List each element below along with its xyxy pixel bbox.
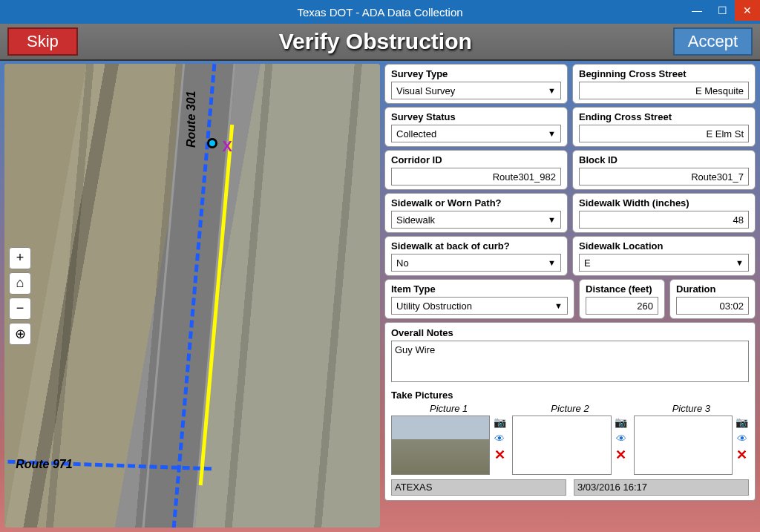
header: Skip Verify Obstruction Accept <box>0 24 760 61</box>
route-label-301: Route 301 <box>185 91 198 147</box>
page-title: Verify Obstruction <box>78 29 673 54</box>
skip-button[interactable]: Skip <box>7 27 78 56</box>
item-type-label: Item Type <box>391 283 568 295</box>
survey-status-select[interactable]: Collected <box>391 125 561 142</box>
status-datetime: 3/03/2016 16:17 <box>574 479 749 496</box>
picture-2-thumbnail[interactable] <box>512 416 611 475</box>
notes-textarea[interactable]: Guy Wire <box>391 341 749 382</box>
duration-input[interactable] <box>676 297 749 315</box>
titlebar: Texas DOT - ADA Data Collection — ☐ ✕ <box>0 0 760 24</box>
survey-type-label: Survey Type <box>391 68 561 79</box>
duration-label: Duration <box>676 283 749 295</box>
pictures-label: Take Pictures <box>391 390 749 401</box>
window-title: Texas DOT - ADA Data Collection <box>297 6 462 19</box>
end-cross-input[interactable] <box>579 125 749 142</box>
close-button[interactable]: ✕ <box>735 0 760 21</box>
sidewalk-path-label: Sidewalk or Worn Path? <box>391 197 561 208</box>
picture-1-thumbnail[interactable] <box>391 416 490 475</box>
zoom-out-button[interactable]: − <box>9 298 31 320</box>
begin-cross-label: Beginning Cross Street <box>579 68 749 79</box>
end-cross-label: Ending Cross Street <box>579 111 749 122</box>
view-icon[interactable]: 👁 <box>615 432 628 445</box>
back-of-curb-select[interactable]: No <box>391 254 561 272</box>
map-view[interactable]: X Route 301 Route 971 + ⌂ − ⊕ <box>4 64 380 528</box>
delete-icon[interactable]: ✕ <box>615 448 628 462</box>
status-user: ATEXAS <box>391 479 566 496</box>
picture-1-label: Picture 1 <box>430 403 468 414</box>
corridor-id-label: Corridor ID <box>391 154 561 165</box>
delete-icon[interactable]: ✕ <box>736 448 749 462</box>
locate-button[interactable]: ⊕ <box>9 323 31 345</box>
obstruction-marker: X <box>222 138 232 155</box>
distance-label: Distance (feet) <box>586 283 658 295</box>
camera-icon[interactable]: 📷 <box>736 416 749 429</box>
corridor-id-input[interactable] <box>391 168 561 185</box>
sidewalk-width-input[interactable] <box>579 211 749 229</box>
distance-input[interactable] <box>586 297 658 315</box>
camera-icon[interactable]: 📷 <box>493 416 506 429</box>
accept-button[interactable]: Accept <box>673 27 753 56</box>
notes-label: Overall Notes <box>391 327 749 338</box>
maximize-button[interactable]: ☐ <box>710 0 735 21</box>
sidewalk-width-label: Sidewalk Width (inches) <box>579 197 749 208</box>
back-of-curb-label: Sidewalk at back of curb? <box>391 240 561 252</box>
item-type-select[interactable]: Utility Obstruction <box>391 297 568 315</box>
picture-2-label: Picture 2 <box>551 403 589 414</box>
sidewalk-loc-select[interactable]: E <box>579 254 749 272</box>
picture-3-label: Picture 3 <box>672 403 710 414</box>
form-panel: Survey TypeVisual Survey Beginning Cross… <box>384 64 756 528</box>
view-icon[interactable]: 👁 <box>493 432 506 445</box>
picture-3-thumbnail[interactable] <box>634 416 733 475</box>
survey-type-select[interactable]: Visual Survey <box>391 82 561 99</box>
sidewalk-loc-label: Sidewalk Location <box>579 240 749 252</box>
begin-cross-input[interactable] <box>579 82 749 99</box>
minimize-button[interactable]: — <box>684 0 710 21</box>
home-extent-button[interactable]: ⌂ <box>9 272 31 295</box>
sidewalk-path-select[interactable]: Sidewalk <box>391 211 561 229</box>
view-icon[interactable]: 👁 <box>736 432 749 445</box>
route-label-971: Route 971 <box>16 458 72 471</box>
zoom-in-button[interactable]: + <box>9 247 31 269</box>
camera-icon[interactable]: 📷 <box>615 416 628 429</box>
survey-status-label: Survey Status <box>391 111 561 122</box>
block-id-input[interactable] <box>579 168 749 185</box>
delete-icon[interactable]: ✕ <box>493 448 506 462</box>
block-id-label: Block ID <box>579 154 749 165</box>
